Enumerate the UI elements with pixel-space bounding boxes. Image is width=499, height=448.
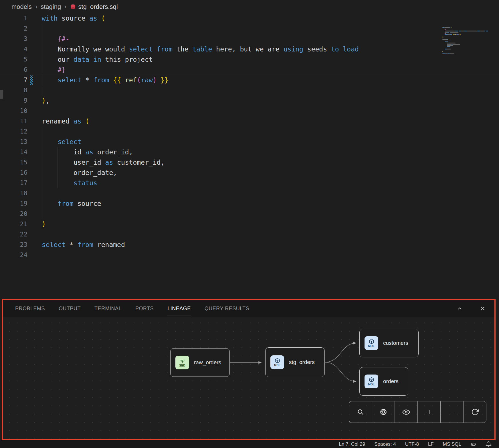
code-line-11[interactable]: 11renamed as ( [0,116,499,126]
code-line-3[interactable]: 3 {#- [0,34,499,44]
line-number: 22 [0,229,27,240]
seedling-icon [180,358,185,364]
maximize-panel-button[interactable] [455,304,465,313]
panel-tab-query-results[interactable]: QUERY RESULTS [204,301,250,316]
code-line-8[interactable]: 8 [0,85,499,95]
code-line-2[interactable]: 2 [0,23,499,34]
code-line-9[interactable]: 9), [0,95,499,106]
code-line-5[interactable]: 5 our data in this project [0,54,499,65]
aperture-icon [380,408,387,416]
model-badge: MDL [270,355,284,369]
bell-icon [486,441,492,447]
code-text: #} [42,65,66,75]
code-editor[interactable]: 1with source as (23 {#-4 Normally we wou… [0,13,499,288]
breadcrumb-item-models[interactable]: models [11,3,32,11]
code-line-7[interactable]: 7 select * from {{ ref(raw) }} [0,75,499,85]
code-text: select * from {{ ref(raw) }} [42,75,169,85]
cube-icon [275,358,280,363]
model-badge: MDL [365,375,378,388]
status-indentation[interactable]: Spaces: 4 [374,441,396,447]
code-line-6[interactable]: 6 #} [0,65,499,75]
code-line-20[interactable]: 20 [0,209,499,219]
code-line-19[interactable]: 19 from source [0,198,499,209]
code-text: with source as ( [42,13,105,23]
code-lines: 1with source as (23 {#-4 Normally we wou… [0,13,499,260]
code-line-15[interactable]: 15 user_id as customer_id, [0,157,499,168]
lineage-node-stg-orders[interactable]: MDL stg_orders [265,347,325,377]
code-line-17[interactable]: 17 status [0,178,499,188]
chevron-up-icon [457,305,463,312]
line-number: 13 [0,137,27,147]
line-number: 24 [0,250,27,260]
code-line-4[interactable]: 4 Normally we would select from the tabl… [0,44,499,54]
code-line-1[interactable]: 1with source as ( [0,13,499,23]
cube-icon [369,339,374,344]
copilot-button[interactable] [470,441,476,447]
panel-tab-bar: PROBLEMS OUTPUT TERMINAL PORTS LINEAGE Q… [3,300,494,317]
line-number: 1 [0,13,27,23]
panel-tab-ports[interactable]: PORTS [135,301,154,316]
bottom-panel: PROBLEMS OUTPUT TERMINAL PORTS LINEAGE Q… [2,299,496,440]
breadcrumb-item-file[interactable]: stg_orders.sql [70,3,118,11]
close-icon [480,305,486,312]
node-label: stg_orders [289,359,315,365]
chevron-right-icon: › [64,3,66,11]
panel-tab-lineage[interactable]: LINEAGE [167,301,191,316]
badge-label: MDL [368,345,375,348]
code-text: {#- [42,34,70,44]
git-modified-indicator [30,75,33,85]
status-language-mode[interactable]: MS SQL [443,441,461,447]
code-line-13[interactable]: 13 select [0,137,499,147]
lineage-refresh-button[interactable] [463,401,486,423]
node-label: orders [383,378,399,385]
lineage-node-raw-orders[interactable]: SED raw_orders [170,348,230,377]
line-number: 17 [0,178,27,188]
code-line-23[interactable]: 23select * from renamed [0,240,499,250]
status-eol[interactable]: LF [428,441,434,447]
lineage-zoom-in-button[interactable] [417,401,440,423]
line-number: 2 [0,23,27,34]
code-line-22[interactable]: 22 [0,229,499,240]
vscode-window: models › staging › stg_orders.sql 1with … [0,0,499,448]
code-text: our data in this project [42,54,153,65]
code-text: select [42,137,81,147]
code-text: from source [42,198,101,209]
lineage-aperture-button[interactable] [372,401,395,423]
plus-icon [425,408,433,416]
breadcrumb-item-staging[interactable]: staging [41,3,61,11]
code-line-21[interactable]: 21) [0,219,499,229]
panel-tab-problems[interactable]: PROBLEMS [15,301,45,316]
indent-guide [42,209,42,219]
code-line-24[interactable]: 24 [0,250,499,260]
code-line-10[interactable]: 10 [0,106,499,116]
code-line-16[interactable]: 16 order_date, [0,168,499,178]
lineage-canvas[interactable]: SED raw_orders MDL stg_orders [3,317,494,439]
lineage-visibility-button[interactable] [395,401,417,423]
line-number: 18 [0,188,27,198]
line-number: 4 [0,44,27,54]
code-line-12[interactable]: 12 [0,126,499,137]
line-number: 6 [0,65,27,75]
panel-tab-terminal[interactable]: TERMINAL [94,301,122,316]
lineage-search-button[interactable] [349,401,372,423]
refresh-icon [471,408,479,416]
indent-guide [42,85,42,95]
status-encoding[interactable]: UTF-8 [405,441,419,447]
edge-stg-orders-orders [325,362,356,381]
badge-label: SED [179,364,185,367]
code-text: user_id as customer_id, [42,157,165,168]
indent-guide [42,23,42,34]
code-line-14[interactable]: 14 id as order_id, [0,147,499,157]
lineage-zoom-out-button[interactable] [440,401,463,423]
panel-tab-output[interactable]: OUTPUT [58,301,81,316]
minimap[interactable] [442,27,493,58]
code-line-18[interactable]: 18 [0,188,499,198]
notifications-button[interactable] [486,441,492,447]
close-panel-button[interactable] [478,304,488,313]
lineage-node-customers[interactable]: MDL customers [359,329,419,357]
code-text: ) [42,219,46,229]
lineage-node-orders[interactable]: MDL orders [359,367,408,396]
code-text: id as order_id, [42,147,133,157]
indent-guide [42,126,42,137]
status-cursor-position[interactable]: Ln 7, Col 29 [339,441,365,447]
